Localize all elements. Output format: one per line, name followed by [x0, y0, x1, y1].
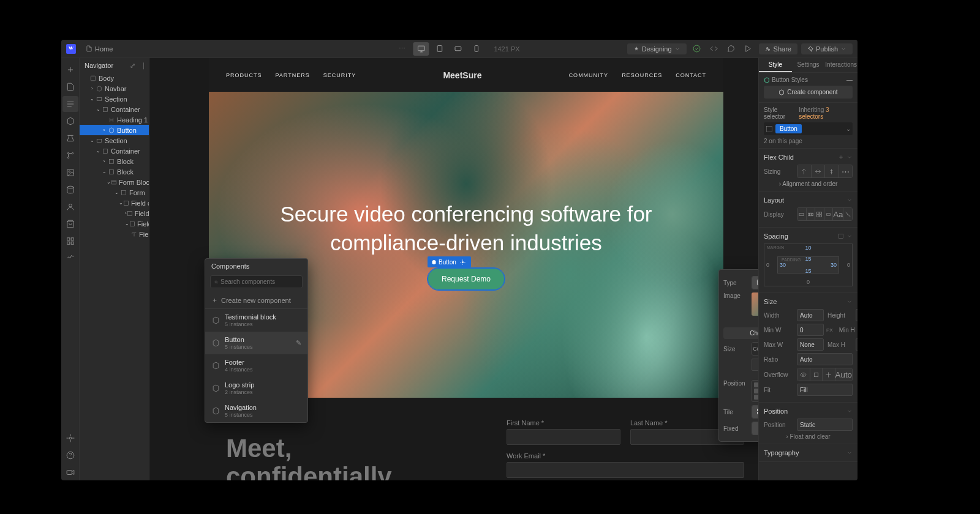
component-item[interactable]: Testimonial block5 instances — [205, 309, 307, 332]
selection-tag[interactable]: Button — [428, 256, 471, 267]
spacing-editor[interactable]: MARGIN PADDING 10 0 0 0 15 30 15 30 — [764, 244, 853, 286]
tree-item[interactable]: ⌄Field block — [80, 218, 149, 229]
tile-both[interactable] — [752, 406, 758, 418]
tree-item[interactable]: ⌄Form — [80, 187, 149, 198]
nav-link[interactable]: RESOURCES — [622, 72, 662, 78]
tree-item[interactable]: ⌄Field contai… — [80, 198, 149, 208]
maxh-input[interactable] — [856, 338, 858, 351]
tree-item[interactable]: ⌄Container — [80, 104, 149, 114]
sizing-shrink[interactable] — [797, 165, 812, 177]
ecommerce-icon[interactable] — [62, 216, 78, 232]
tree-item[interactable]: Body — [80, 73, 149, 83]
comment-icon[interactable] — [725, 42, 738, 56]
maxw-input[interactable] — [797, 338, 824, 351]
component-item[interactable]: Button5 instances✎ — [205, 332, 307, 354]
display-inline-block[interactable] — [824, 208, 834, 220]
preview-icon[interactable] — [742, 42, 755, 56]
ratio-input[interactable] — [797, 353, 853, 365]
nav-link[interactable]: COMMUNITY — [569, 72, 609, 78]
settings-icon[interactable] — [62, 430, 78, 446]
bg-thumbnail[interactable] — [752, 292, 758, 316]
display-grid[interactable] — [815, 208, 824, 220]
cms-icon[interactable] — [62, 182, 78, 198]
edit-icon[interactable]: ✎ — [296, 339, 301, 347]
device-tablet-landscape[interactable] — [450, 42, 466, 56]
nav-link[interactable]: SECURITY — [323, 72, 356, 78]
create-component-button[interactable]: Create component — [764, 86, 853, 99]
collapse-icon[interactable]: ⤢ — [130, 62, 135, 70]
share-button[interactable]: Share — [759, 43, 797, 54]
nav-link[interactable]: PRODUCTS — [226, 72, 262, 78]
fit-input[interactable] — [797, 384, 853, 396]
choose-image-button[interactable]: Choose image — [723, 327, 758, 339]
users-icon[interactable] — [62, 199, 78, 215]
style-tab[interactable]: Settings — [792, 58, 825, 72]
minimize-icon[interactable]: — — [846, 76, 853, 83]
overflow-segment[interactable]: Auto — [797, 368, 853, 381]
tree-item[interactable]: ›Field block — [80, 208, 149, 218]
tree-item[interactable]: ⌄Section — [80, 94, 149, 104]
navigator-icon[interactable] — [62, 96, 78, 112]
video-icon[interactable] — [62, 464, 78, 480]
breadcrumb[interactable]: Home — [81, 44, 118, 54]
style-tab[interactable]: Style — [759, 58, 792, 72]
tree-item[interactable]: ›Navbar — [80, 83, 149, 94]
bg-size-option[interactable]: Custom — [752, 343, 758, 355]
chevron-down-icon[interactable]: ⌄ — [846, 125, 851, 132]
tree-item[interactable]: Heading 1 — [80, 114, 149, 125]
assets-icon[interactable] — [62, 165, 78, 181]
display-block[interactable] — [797, 208, 807, 220]
bg-position-grid[interactable] — [752, 380, 758, 402]
position-input[interactable] — [797, 419, 853, 431]
work-email-input[interactable] — [507, 462, 744, 478]
height-input[interactable] — [856, 309, 858, 321]
display-flex[interactable] — [807, 208, 816, 220]
pages-icon[interactable] — [62, 79, 78, 95]
display-none[interactable] — [843, 208, 852, 220]
components-search-input[interactable] — [221, 278, 298, 285]
gear-icon[interactable] — [459, 258, 467, 266]
request-demo-button[interactable]: Request Demo — [428, 268, 505, 290]
add-icon[interactable] — [62, 62, 78, 78]
mode-dropdown[interactable]: Designing — [627, 43, 687, 54]
component-item[interactable]: Footer4 instances — [205, 354, 307, 377]
code-icon[interactable] — [707, 42, 721, 56]
tree-item[interactable]: ⌄Container — [80, 146, 149, 156]
tree-item[interactable]: ›Button — [80, 125, 149, 135]
minw-input[interactable] — [797, 324, 824, 336]
alignment-order-toggle[interactable]: › Alignment and order — [764, 181, 853, 187]
components-search[interactable] — [210, 275, 303, 288]
component-item[interactable]: Logo strip2 instances — [205, 377, 307, 400]
device-tablet[interactable] — [431, 42, 447, 56]
create-component-link[interactable]: ＋Create new component — [205, 292, 307, 309]
sizing-segment[interactable]: ⋯ — [797, 165, 853, 178]
tree-item[interactable]: Field La… — [80, 229, 149, 239]
bg-width-input[interactable] — [752, 359, 758, 371]
styles-icon[interactable] — [62, 147, 78, 163]
display-inline[interactable]: Aa — [833, 208, 843, 220]
sizing-none[interactable] — [825, 165, 839, 177]
sizing-grow[interactable] — [812, 165, 826, 177]
publish-button[interactable]: Publish — [801, 43, 853, 54]
pin-icon[interactable]: ⎹ — [138, 62, 144, 70]
apps-icon[interactable] — [62, 233, 78, 249]
hero-heading[interactable]: Secure video conferencing software for c… — [233, 199, 699, 258]
style-selector[interactable]: Button ⌄ — [764, 122, 853, 135]
tree-item[interactable]: ⌄Section — [80, 135, 149, 146]
bg-type-segment[interactable] — [752, 276, 758, 289]
width-input[interactable] — [797, 309, 824, 321]
nav-link[interactable]: CONTACT — [676, 72, 706, 78]
nav-link[interactable]: PARTNERS — [276, 72, 310, 78]
float-clear-toggle[interactable]: › Float and clear — [764, 433, 853, 440]
display-segment[interactable]: Aa — [797, 207, 853, 221]
bg-tile-segment[interactable] — [752, 405, 758, 419]
tree-item[interactable]: ›Block — [80, 156, 149, 166]
sizing-more[interactable]: ⋯ — [839, 165, 853, 177]
webflow-logo[interactable] — [66, 44, 76, 54]
style-tab[interactable]: Interactions — [824, 58, 858, 72]
device-desktop[interactable] — [413, 42, 429, 56]
audit-icon[interactable] — [62, 250, 78, 266]
first-name-input[interactable] — [507, 429, 620, 445]
components-icon[interactable] — [62, 113, 78, 129]
component-item[interactable]: Navigation5 instances — [205, 400, 307, 422]
